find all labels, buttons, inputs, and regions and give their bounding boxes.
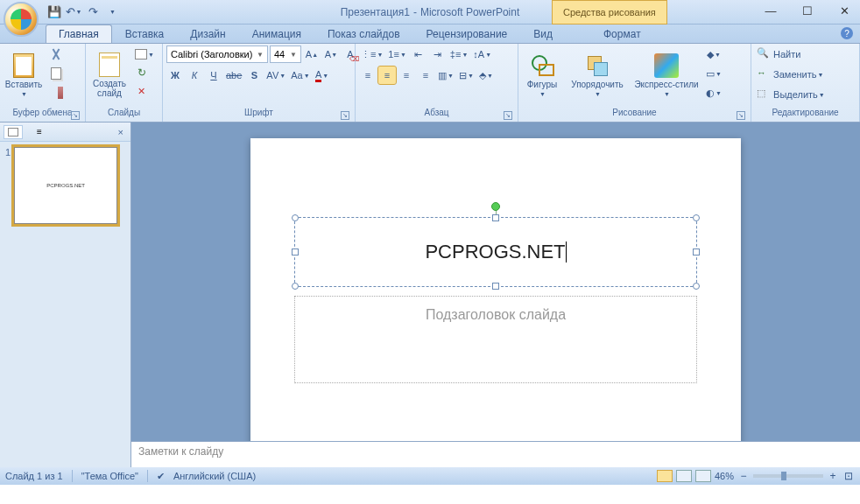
theme-name: "Тема Office"	[81, 471, 138, 481]
resize-handle-sw[interactable]	[292, 283, 299, 290]
delete-slide-button[interactable]	[133, 84, 156, 102]
find-button[interactable]: Найти	[755, 46, 827, 63]
office-button[interactable]	[4, 2, 39, 37]
clear-format-button[interactable]: A⌫	[342, 46, 359, 63]
paste-button[interactable]: Вставить ▼	[4, 46, 44, 105]
line-spacing-button[interactable]: ‡≡▼	[448, 46, 469, 63]
slides-tab[interactable]	[4, 125, 23, 139]
notes-pane[interactable]: Заметки к слайду	[131, 441, 860, 467]
align-text-button[interactable]: ⊟▼	[457, 66, 476, 84]
new-slide-button[interactable]: Создать слайд	[89, 46, 130, 105]
title-text[interactable]: PCPROGS.NET	[425, 241, 565, 263]
slide-canvas[interactable]: PCPROGS.NET Подзаголовок слайда	[250, 138, 741, 441]
minimize-button[interactable]: —	[760, 2, 781, 19]
panel-close-button[interactable]: ×	[115, 127, 127, 137]
canvas-scroll[interactable]: PCPROGS.NET Подзаголовок слайда	[131, 122, 860, 441]
strikethrough-button[interactable]: abe	[224, 66, 243, 84]
change-case-button[interactable]: Aa▼	[289, 66, 311, 84]
bold-button[interactable]: Ж	[166, 66, 184, 84]
reset-button[interactable]	[133, 65, 156, 82]
rotate-handle[interactable]	[491, 202, 500, 211]
qat-customize-icon[interactable]: ▼	[103, 4, 121, 21]
justify-button[interactable]: ≡	[417, 66, 434, 84]
numbering-button[interactable]: 1≡▼	[386, 46, 407, 63]
shape-outline-button[interactable]: ▭▼	[704, 65, 723, 82]
drawing-launcher[interactable]: ↘	[737, 111, 745, 120]
tab-insert[interactable]: Вставка	[112, 24, 178, 43]
replace-button[interactable]: Заменить▼	[755, 66, 827, 83]
undo-icon[interactable]: ↶▼	[65, 4, 82, 21]
save-icon[interactable]: 💾	[46, 4, 63, 21]
slideshow-view-button[interactable]	[695, 470, 711, 482]
replace-icon	[757, 67, 771, 81]
window-title: Презентация1 - Microsoft PowerPoint	[341, 6, 520, 18]
layout-button[interactable]: ▼	[133, 46, 156, 63]
thumbnail-item[interactable]: 1 PCPROGS.NET	[5, 147, 125, 224]
tab-home[interactable]: Главная	[46, 24, 112, 43]
shape-fill-button[interactable]: ◆▼	[704, 46, 723, 63]
tab-review[interactable]: Рецензирование	[413, 24, 521, 43]
align-center-button[interactable]: ≡	[378, 66, 396, 84]
grow-font-button[interactable]: A▲	[303, 46, 321, 63]
fit-button[interactable]: ⊡	[842, 470, 855, 482]
shapes-button[interactable]: Фигуры▼	[522, 46, 562, 105]
resize-handle-w[interactable]	[292, 248, 299, 256]
copy-button[interactable]	[47, 65, 65, 82]
zoom-out-button[interactable]: −	[737, 470, 750, 482]
bullets-button[interactable]: ⋮≡▼	[359, 46, 384, 63]
smartart-button[interactable]: ⬘▼	[477, 66, 495, 84]
zoom-in-button[interactable]: +	[827, 470, 839, 482]
format-painter-button[interactable]	[47, 84, 65, 102]
tab-view[interactable]: Вид	[520, 24, 566, 43]
spell-check-icon[interactable]: ✔	[157, 471, 165, 482]
arrange-button[interactable]: Упорядочить▼	[566, 46, 629, 105]
shape-effects-button[interactable]: ◐▼	[704, 84, 723, 102]
outline-tab[interactable]: ≡	[30, 125, 49, 139]
title-placeholder[interactable]: PCPROGS.NET	[294, 217, 697, 287]
group-label-clipboard: Буфер обмена↘	[4, 108, 81, 122]
columns-button[interactable]: ▥▼	[436, 66, 455, 84]
tab-animation[interactable]: Анимация	[239, 24, 314, 43]
font-color-button[interactable]: A▼	[314, 66, 331, 84]
font-launcher[interactable]: ↘	[341, 111, 349, 120]
tab-design[interactable]: Дизайн	[177, 24, 238, 43]
tab-slideshow[interactable]: Показ слайдов	[314, 24, 413, 43]
resize-handle-se[interactable]	[693, 283, 700, 290]
zoom-level[interactable]: 46%	[715, 471, 734, 481]
align-right-button[interactable]: ≡	[398, 66, 415, 84]
resize-handle-s[interactable]	[492, 283, 499, 290]
char-spacing-button[interactable]: AV▼	[264, 66, 287, 84]
quick-styles-button[interactable]: Экспресс-стили▼	[632, 46, 701, 105]
clipboard-launcher[interactable]: ↘	[71, 111, 80, 120]
shadow-button[interactable]: S	[245, 66, 263, 84]
resize-handle-e[interactable]	[693, 248, 700, 256]
thumbnail-slide[interactable]: PCPROGS.NET	[14, 147, 117, 224]
help-icon[interactable]: ?	[841, 27, 853, 39]
zoom-slider[interactable]	[753, 474, 823, 478]
italic-button[interactable]: К	[186, 66, 203, 84]
increase-indent-button[interactable]: ⇥	[429, 46, 447, 63]
close-button[interactable]: ✕	[834, 2, 855, 19]
shrink-font-button[interactable]: A▼	[322, 46, 340, 63]
language-indicator[interactable]: Английский (США)	[173, 471, 256, 481]
sorter-view-button[interactable]	[676, 470, 692, 482]
underline-button[interactable]: Ч	[205, 66, 222, 84]
subtitle-placeholder[interactable]: Подзаголовок слайда	[294, 296, 697, 383]
slide-icon	[99, 52, 120, 77]
font-name-combo[interactable]: Calibri (Заголовки)▼	[166, 46, 268, 63]
group-slides: Создать слайд ▼ Слайды	[86, 44, 163, 122]
cut-button[interactable]	[47, 46, 65, 63]
tab-format[interactable]: Формат	[590, 24, 654, 43]
text-direction-button[interactable]: ↕A▼	[471, 46, 493, 63]
align-left-button[interactable]: ≡	[359, 66, 377, 84]
resize-handle-n[interactable]	[492, 214, 499, 221]
resize-handle-ne[interactable]	[693, 214, 700, 221]
select-button[interactable]: Выделить▼	[755, 86, 827, 103]
maximize-button[interactable]: ☐	[797, 2, 818, 19]
paragraph-launcher[interactable]: ↘	[504, 111, 512, 120]
resize-handle-nw[interactable]	[292, 214, 299, 221]
font-size-combo[interactable]: 44▼	[270, 46, 301, 63]
decrease-indent-button[interactable]: ⇤	[410, 46, 427, 63]
redo-icon[interactable]: ↷	[84, 4, 102, 21]
normal-view-button[interactable]	[657, 470, 673, 482]
